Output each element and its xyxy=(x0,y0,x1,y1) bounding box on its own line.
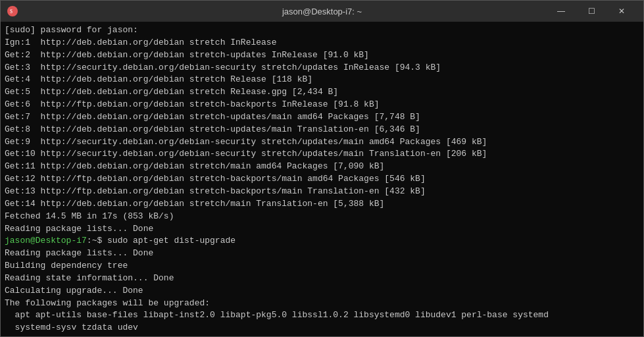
terminal-line: apt apt-utils base-files libapt-inst2.0 … xyxy=(5,309,639,322)
terminal-line: Ign:1 http://deb.debian.org/debian stret… xyxy=(5,37,639,49)
terminal-line: systemd-sysv tzdata udev xyxy=(5,322,639,334)
terminal-line: 13 upgraded, 0 newly installed, 0 to rem… xyxy=(5,334,639,336)
titlebar-controls: — ☐ ✕ xyxy=(546,1,637,22)
terminal-line: Get:14 http://deb.debian.org/debian stre… xyxy=(5,198,639,211)
titlebar: $ jason@Desktop-i7: ~ — ☐ ✕ xyxy=(1,1,643,22)
titlebar-left: $ xyxy=(7,6,18,16)
window-title: jason@Desktop-i7: ~ xyxy=(282,7,362,16)
terminal-line: Get:4 http://deb.debian.org/debian stret… xyxy=(5,74,639,86)
terminal-line: Building dependency tree xyxy=(5,260,639,272)
prompt-user: jason@Desktop-i7 xyxy=(5,236,87,246)
terminal-line: Get:11 http://deb.debian.org/debian stre… xyxy=(5,161,639,173)
terminal-line: Get:13 http://ftp.debian.org/debian stre… xyxy=(5,186,639,198)
terminal-window: $ jason@Desktop-i7: ~ — ☐ ✕ [sudo] passw… xyxy=(0,0,644,337)
close-button[interactable]: ✕ xyxy=(607,1,637,22)
prompt-command: sudo apt-get dist-upgrade xyxy=(102,236,235,246)
app-icon: $ xyxy=(7,6,18,16)
terminal-line: Get:8 http://deb.debian.org/debian stret… xyxy=(5,124,639,136)
terminal-line: Reading state information... Done xyxy=(5,272,639,285)
terminal-line: Get:6 http://ftp.debian.org/debian stret… xyxy=(5,99,639,111)
terminal-line: Get:3 http://security.debian.org/debian-… xyxy=(5,62,639,74)
prompt-symbol: :~$ xyxy=(87,236,102,246)
svg-text:$: $ xyxy=(10,9,12,14)
terminal-content[interactable]: [sudo] password for jason:Ign:1 http://d… xyxy=(1,22,643,336)
terminal-line: Get:2 http://deb.debian.org/debian stret… xyxy=(5,49,639,62)
terminal-line: Reading package lists... Done xyxy=(5,247,639,260)
terminal-line: Reading package lists... Done xyxy=(5,223,639,236)
terminal-line: Get:5 http://deb.debian.org/debian stret… xyxy=(5,86,639,99)
terminal-line: jason@Desktop-i7:~$ sudo apt-get dist-up… xyxy=(5,235,639,247)
terminal-line: Get:12 http://ftp.debian.org/debian stre… xyxy=(5,173,639,186)
terminal-line: Get:9 http://security.debian.org/debian-… xyxy=(5,136,639,149)
maximize-button[interactable]: ☐ xyxy=(576,1,607,22)
terminal-line: Get:7 http://deb.debian.org/debian stret… xyxy=(5,111,639,124)
terminal-line: Fetched 14.5 MB in 17s (853 kB/s) xyxy=(5,211,639,223)
terminal-line: [sudo] password for jason: xyxy=(5,24,639,37)
terminal-line: Get:10 http://security.debian.org/debian… xyxy=(5,148,639,161)
minimize-button[interactable]: — xyxy=(546,1,576,22)
terminal-line: Calculating upgrade... Done xyxy=(5,285,639,298)
terminal-line: The following packages will be upgraded: xyxy=(5,298,639,310)
